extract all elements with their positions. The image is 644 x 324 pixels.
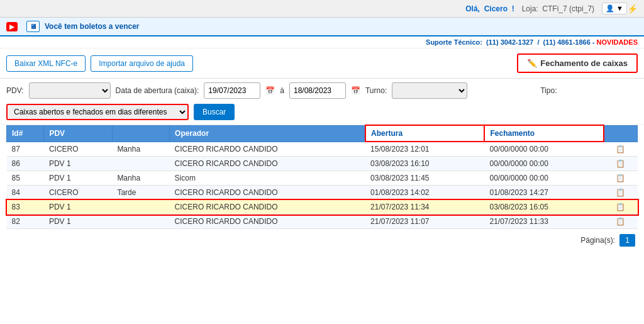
cell-pdv: CICERO <box>44 186 112 200</box>
monitor-icon: 🖥 <box>26 21 40 32</box>
support-separator: / <box>537 38 539 46</box>
download-xml-button[interactable]: Baixar XML NFC-e <box>6 55 86 72</box>
greeting-text: Olá, Cicero ! <box>465 4 514 13</box>
cell-abertura: 15/08/2023 12:01 <box>365 142 484 157</box>
cell-fechamento: 00/00/0000 00:00 <box>484 142 603 157</box>
col-id: Id# <box>7 125 44 142</box>
cell-pdv: CICERO <box>44 142 112 157</box>
cell-pdv: PDV 1 <box>44 215 112 229</box>
greeting-label: Olá, <box>465 4 480 13</box>
import-help-button[interactable]: Importar arquivo de ajuda <box>91 55 193 72</box>
cell-fechamento: 03/08/2023 16:05 <box>484 200 603 215</box>
user-profile-button[interactable]: 👤 ▼ <box>602 3 627 14</box>
top-bar: Olá, Cicero ! Loja: CTFi_7 (ctpi_7) 👤 ▼ … <box>0 0 644 18</box>
table-row: 84 CICERO Tarde CICERO RICARDO CANDIDO 0… <box>7 186 638 200</box>
cell-action-icon[interactable]: 📋 <box>604 186 638 200</box>
table-container: Id# PDV Operador Abertura Fechamento 87 … <box>0 125 644 229</box>
lightning-icon: ⚡ <box>627 4 638 14</box>
toolbar: Baixar XML NFC-e Importar arquivo de aju… <box>0 48 644 79</box>
turno-label: Turno: <box>365 86 387 95</box>
table-row: 86 PDV 1 CICERO RICARDO CANDIDO 03/08/20… <box>7 157 638 171</box>
table-row: 82 PDV 1 CICERO RICARDO CANDIDO 21/07/20… <box>7 215 638 229</box>
store-label: Loja: <box>522 4 538 13</box>
cell-abertura: 03/08/2023 11:45 <box>365 171 484 186</box>
fechamento-label: Fechamento de caixas <box>540 59 628 68</box>
col-abertura: Abertura <box>365 125 484 142</box>
cell-fechamento: 01/08/2023 14:27 <box>484 186 603 200</box>
toolbar-left: Baixar XML NFC-e Importar arquivo de aju… <box>6 55 193 72</box>
cell-abertura: 21/07/2023 11:07 <box>365 215 484 229</box>
support-phone1: (11) 3042-1327 <box>486 38 533 46</box>
cell-action-icon[interactable]: 📋 <box>604 215 638 229</box>
cell-pdv: PDV 1 <box>44 200 112 215</box>
novidades-link[interactable]: NOVIDADES <box>597 38 638 46</box>
pagination-label: Página(s): <box>580 236 615 245</box>
table-row: 87 CICERO Manha CICERO RICARDO CANDIDO 1… <box>7 142 638 157</box>
cell-action-icon[interactable]: 📋 <box>604 200 638 215</box>
cell-abertura: 03/08/2023 16:10 <box>365 157 484 171</box>
cell-turno <box>112 200 169 215</box>
alert-text: Você tem boletos a vencer <box>45 22 140 31</box>
cell-id: 84 <box>7 186 44 200</box>
support-bar: Suporte Técnico: (11) 3042-1327 / (11) 4… <box>0 36 644 48</box>
calendar-to-icon[interactable]: 📅 <box>351 86 360 95</box>
store-value: CTFi_7 (ctpi_7) <box>542 4 594 13</box>
cell-action-icon[interactable]: 📋 <box>604 157 638 171</box>
pdv-select[interactable] <box>29 82 111 99</box>
cell-action-icon[interactable]: 📋 <box>604 142 638 157</box>
cell-operador: CICERO RICARDO CANDIDO <box>170 200 366 215</box>
date-from-input[interactable] <box>204 82 260 99</box>
cell-pdv: PDV 1 <box>44 171 112 186</box>
table-header: Id# PDV Operador Abertura Fechamento <box>7 125 638 142</box>
cell-id: 83 <box>7 200 44 215</box>
support-dash: - <box>592 38 597 46</box>
calendar-from-icon[interactable]: 📅 <box>265 86 275 95</box>
store-info: Loja: CTFi_7 (ctpi_7) <box>522 4 594 13</box>
user-name: Cicero <box>484 4 508 13</box>
support-phone2: (11) 4861-1866 <box>543 38 591 46</box>
cell-turno <box>112 157 169 171</box>
col-fechamento: Fechamento <box>484 125 603 142</box>
turno-select[interactable]: Manha Tarde Noite <box>392 82 467 99</box>
greeting-exclamation: ! <box>512 4 514 13</box>
tipo-label: Tipo: <box>540 86 557 95</box>
buscar-button[interactable]: Buscar <box>194 104 235 120</box>
support-label: Suporte Técnico: <box>426 38 482 46</box>
cell-turno <box>112 215 169 229</box>
cell-id: 87 <box>7 142 44 157</box>
cell-operador: CICERO RICARDO CANDIDO <box>170 215 366 229</box>
youtube-icon: ▶ <box>6 22 18 31</box>
table-body: 87 CICERO Manha CICERO RICARDO CANDIDO 1… <box>7 142 638 229</box>
edit-icon: ✏️ <box>527 59 537 68</box>
table-row: 83 PDV 1 CICERO RICARDO CANDIDO 21/07/20… <box>7 200 638 215</box>
date-label: Data de abertura (caixa): <box>116 86 199 95</box>
fechamento-caixas-button[interactable]: ✏️ Fechamento de caixas <box>517 53 638 73</box>
col-actions <box>604 125 638 142</box>
cell-operador: CICERO RICARDO CANDIDO <box>170 142 366 157</box>
date-to-input[interactable] <box>289 82 346 99</box>
col-pdv: PDV <box>44 125 112 142</box>
table-row: 85 PDV 1 Manha Sicom 03/08/2023 11:45 00… <box>7 171 638 186</box>
cell-turno: Manha <box>112 171 169 186</box>
cell-abertura: 21/07/2023 11:34 <box>365 200 484 215</box>
cell-turno: Manha <box>112 142 169 157</box>
cell-operador: CICERO RICARDO CANDIDO <box>170 157 366 171</box>
cell-id: 82 <box>7 215 44 229</box>
caixas-table: Id# PDV Operador Abertura Fechamento 87 … <box>6 125 638 229</box>
cell-fechamento: 21/07/2023 11:33 <box>484 215 603 229</box>
page-1-button[interactable]: 1 <box>619 234 635 247</box>
col-operador: Operador <box>170 125 366 142</box>
cell-id: 85 <box>7 171 44 186</box>
cell-pdv: PDV 1 <box>44 157 112 171</box>
date-separator: à <box>280 86 284 95</box>
cell-id: 86 <box>7 157 44 171</box>
pdv-label: PDV: <box>6 86 24 95</box>
tipo-select[interactable]: Caixas abertos e fechados em dias difere… <box>6 104 189 120</box>
filter-bar: PDV: Data de abertura (caixa): 📅 à 📅 Tur… <box>0 79 644 125</box>
cell-turno: Tarde <box>112 186 169 200</box>
col-turno <box>112 125 169 142</box>
cell-operador: CICERO RICARDO CANDIDO <box>170 186 366 200</box>
cell-operador: Sicom <box>170 171 366 186</box>
cell-abertura: 01/08/2023 14:02 <box>365 186 484 200</box>
cell-action-icon[interactable]: 📋 <box>604 171 638 186</box>
